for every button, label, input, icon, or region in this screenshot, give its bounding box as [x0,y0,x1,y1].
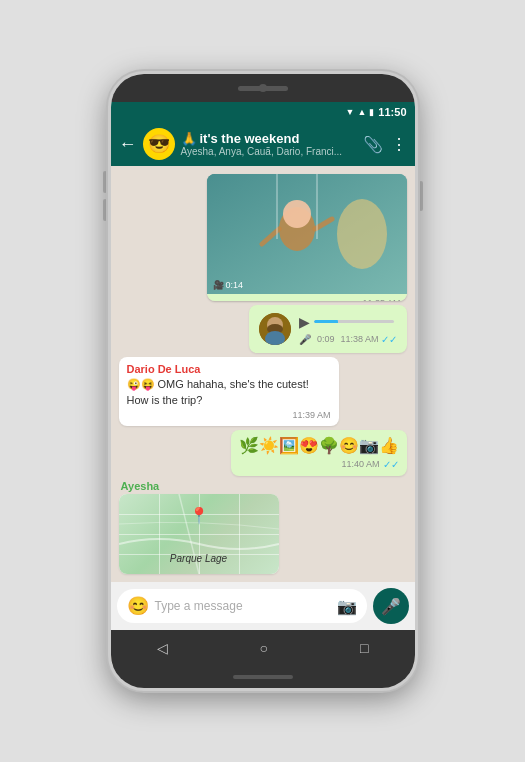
chat-header: ← 😎 🙏 it's the weekend Ayesha, Anya, Cau… [111,122,415,166]
navigation-bar: ◁ ○ □ [111,630,415,666]
battery-icon: ▮ [369,107,374,117]
bubble-footer: 11:39 AM [127,410,331,420]
received-text-message: Dario De Luca 😜😝 OMG hahaha, she's the c… [119,357,339,426]
mic-icon: 🎤 [299,334,311,345]
message-text: 😜😝 OMG hahaha, she's the cutest! How is … [127,377,331,408]
sent-emoji-message: 🌿☀️🖼️😍🌳😊📷👍 11:40 AM ✓✓ [231,430,407,476]
svg-point-7 [337,199,387,269]
map-place-label: Parque Lage [170,553,227,564]
map-message[interactable]: Ayesha [119,480,279,574]
attachment-icon[interactable]: 📎 [363,135,383,154]
emoji-picker-button[interactable]: 😊 [127,595,149,617]
video-footer: 11:35 AM [207,294,407,301]
bottom-bar [233,675,293,679]
mic-send-button[interactable]: 🎤 [373,588,409,624]
chat-title: 🙏 it's the weekend [181,131,357,146]
messages-area: ▶ 🎥 0:14 11:35 AM [111,166,415,582]
read-receipt: ✓✓ [381,334,397,345]
video-duration: 🎥 0:14 [213,280,244,290]
chat-title-text: it's the weekend [200,131,300,146]
video-time: 11:35 AM [362,298,400,301]
emoji-content: 🌿☀️🖼️😍🌳😊📷👍 [239,436,399,457]
emoji-bubble-footer: 11:40 AM ✓✓ [239,459,399,470]
video-duration-text: 0:14 [226,280,244,290]
nav-home-button[interactable]: ○ [260,640,268,656]
mic-icon: 🎤 [381,597,401,616]
status-bar: ▼ ▲ ▮ 11:50 [111,102,415,122]
speaker [238,86,288,91]
wifi-icon: ▼ [346,107,355,117]
audio-play-button[interactable]: ▶ [299,314,310,330]
audio-message[interactable]: ▶ 🎤 0:09 11: [249,305,407,353]
signal-icon: ▲ [357,107,366,117]
header-actions: 📎 ⋮ [363,135,407,154]
group-avatar: 😎 [143,128,175,160]
nav-back-button[interactable]: ◁ [157,640,168,656]
header-info: 🙏 it's the weekend Ayesha, Anya, Cauã, D… [181,131,357,157]
nav-recent-button[interactable]: □ [360,640,368,656]
message-input-wrap[interactable]: 😊 Type a message 📷 [117,589,367,623]
message-time: 11:39 AM [292,410,330,420]
back-button[interactable]: ← [119,134,137,155]
status-time: 11:50 [378,106,406,118]
map-sender-name: Ayesha [119,480,279,492]
svg-point-2 [283,200,311,228]
audio-footer-time: 11:38 AM ✓✓ [340,334,396,345]
emoji-time: 11:40 AM [341,459,379,470]
title-emoji: 🙏 [181,131,197,146]
audio-dot [328,320,338,323]
audio-duration: 0:09 [317,334,335,344]
map-pin-icon: 📍 [189,506,209,525]
camera-button[interactable]: 📷 [337,597,357,616]
emoji-read-receipt: ✓✓ [383,459,399,470]
more-options-icon[interactable]: ⋮ [391,135,407,154]
audio-sender-avatar [259,313,291,345]
audio-waveform [314,320,394,323]
map-bubble: 📍 Parque Lage [119,494,279,574]
input-bar: 😊 Type a message 📷 🎤 [111,582,415,630]
video-thumbnail: ▶ 🎥 0:14 [207,174,407,294]
sender-name: Dario De Luca [127,363,331,375]
message-input[interactable]: Type a message [155,599,331,613]
audio-time-row: 🎤 0:09 11:38 AM ✓✓ [299,334,397,345]
chat-subtitle: Ayesha, Anya, Cauã, Dario, Franci... [181,146,357,157]
audio-time: 11:38 AM [340,334,378,344]
video-message[interactable]: ▶ 🎥 0:14 11:35 AM [207,174,407,301]
map-thumbnail: 📍 Parque Lage [119,494,279,574]
